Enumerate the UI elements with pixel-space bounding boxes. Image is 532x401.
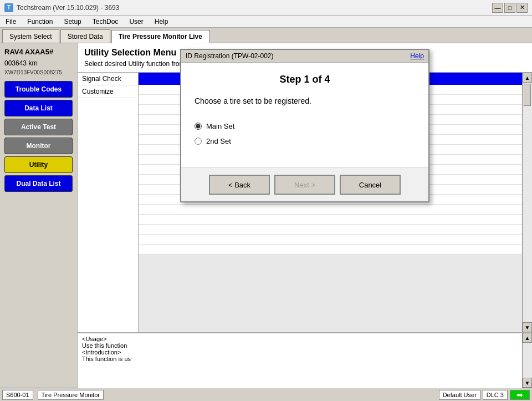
menu-help[interactable]: Help	[151, 17, 172, 27]
dialog-overlay: ID Registration (TPW-02-002) Help Step 1…	[78, 43, 532, 388]
status-right: Default User DLC 3 ➡	[439, 390, 530, 400]
dialog-body: Step 1 of 4 Choose a tire set to be regi…	[181, 63, 428, 167]
dialog-buttons: < Back Next > Cancel	[181, 167, 428, 201]
right-panel: Utility Selection Menu Select desired Ut…	[78, 43, 532, 388]
id-registration-dialog: ID Registration (TPW-02-002) Help Step 1…	[180, 49, 429, 202]
dialog-title: ID Registration (TPW-02-002)	[186, 52, 274, 60]
menu-techdoc[interactable]: TechDoc	[89, 17, 122, 27]
cancel-button[interactable]: Cancel	[340, 175, 401, 195]
next-button[interactable]: Next >	[274, 175, 335, 195]
utility-button[interactable]: Utility	[4, 156, 73, 173]
maximize-button[interactable]: □	[504, 3, 515, 13]
minimize-button[interactable]: —	[492, 3, 503, 13]
window-title: Techstream (Ver 15.10.029) - 3693	[17, 4, 119, 12]
status-monitor-label: Tire Pressure Monitor	[38, 390, 104, 400]
status-user: Default User	[439, 390, 480, 400]
tab-system-select[interactable]: System Select	[2, 29, 59, 43]
tab-tire-pressure[interactable]: Tire Pressure Monitor Live	[111, 30, 209, 43]
menu-user[interactable]: User	[126, 17, 146, 27]
dialog-instruction: Choose a tire set to be registered.	[195, 97, 415, 105]
dual-data-list-button[interactable]: Dual Data List	[4, 175, 73, 192]
close-button[interactable]: ✕	[516, 3, 528, 13]
app-icon: T	[4, 3, 13, 12]
trouble-codes-button[interactable]: Trouble Codes	[4, 81, 73, 98]
tab-bar: System Select Stored Data Tire Pressure …	[0, 28, 532, 43]
dialog-title-bar: ID Registration (TPW-02-002) Help	[181, 50, 428, 63]
menu-file[interactable]: File	[2, 17, 19, 27]
monitor-button[interactable]: Monitor	[4, 138, 73, 154]
status-code: S600-01	[2, 390, 33, 400]
sidebar: RAV4 AXAA5# 003643 km XW7D13FV00S008275 …	[0, 43, 78, 388]
dialog-step: Step 1 of 4	[195, 74, 415, 85]
sidebar-vehicle: RAV4 AXAA5#	[4, 48, 73, 56]
back-button[interactable]: < Back	[209, 175, 270, 195]
option-2nd-set[interactable]: 2nd Set	[195, 137, 415, 145]
status-arrow-icon: ➡	[516, 390, 523, 399]
window-controls[interactable]: — □ ✕	[492, 3, 528, 13]
status-green-indicator: ➡	[510, 390, 530, 400]
data-list-button[interactable]: Data List	[4, 100, 73, 116]
menu-bar: File Function Setup TechDoc User Help	[0, 16, 532, 28]
menu-setup[interactable]: Setup	[60, 17, 84, 27]
dialog-help-link[interactable]: Help	[410, 52, 424, 60]
radio-2nd-set[interactable]	[195, 138, 202, 145]
radio-main-set[interactable]	[195, 123, 202, 130]
sidebar-km: 003643 km	[4, 59, 73, 67]
menu-function[interactable]: Function	[24, 17, 56, 27]
status-dlc: DLC 3	[483, 390, 508, 400]
option-main-set[interactable]: Main Set	[195, 122, 415, 130]
option-2nd-set-label: 2nd Set	[206, 137, 231, 145]
tab-stored-data[interactable]: Stored Data	[60, 29, 110, 43]
option-main-set-label: Main Set	[206, 122, 234, 130]
sidebar-vin: XW7D13FV00S008275	[4, 69, 73, 75]
active-test-button[interactable]: Active Test	[4, 119, 73, 135]
status-bar: S600-01 Tire Pressure Monitor Default Us…	[0, 388, 532, 401]
dialog-options: Main Set 2nd Set	[195, 122, 415, 145]
main-content: RAV4 AXAA5# 003643 km XW7D13FV00S008275 …	[0, 43, 532, 388]
title-bar: T Techstream (Ver 15.10.029) - 3693 — □ …	[0, 0, 532, 16]
